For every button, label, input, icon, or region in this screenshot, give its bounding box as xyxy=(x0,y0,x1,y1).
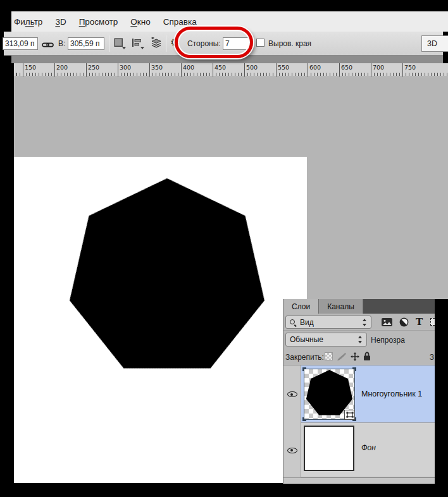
heptagon-shape[interactable] xyxy=(70,178,264,368)
filter-kind-dropdown[interactable]: Вид xyxy=(285,316,371,329)
ruler-tick-label: 150 xyxy=(25,64,36,71)
layer-thumbnail-background[interactable] xyxy=(304,426,354,471)
blend-mode-row: Обычные Непрозра xyxy=(283,331,435,349)
align-edges-checkbox[interactable] xyxy=(256,39,264,47)
visibility-eye-icon xyxy=(287,391,297,397)
layer-list: Многоугольник 1 Фон xyxy=(283,365,435,477)
lock-row: Закрепить: З xyxy=(283,349,435,365)
ruler-tick-label: 200 xyxy=(56,64,68,71)
sides-field[interactable] xyxy=(223,37,249,50)
thumbnail-corner-icon xyxy=(352,367,356,371)
thumbnail-corner-icon xyxy=(302,367,306,371)
lock-all-padlock-icon[interactable] xyxy=(363,352,371,363)
filter-kind-value: Вид xyxy=(300,318,314,327)
ruler-major-tick xyxy=(181,63,182,77)
ruler-minor-ticks xyxy=(14,73,448,76)
ruler-tick-label: 450 xyxy=(215,64,226,71)
path-arrangement-icon[interactable] xyxy=(149,37,163,51)
visibility-eye-icon xyxy=(287,448,297,453)
ruler-major-tick xyxy=(86,63,87,77)
layer-filter-row: Вид T xyxy=(283,314,435,331)
canvas-artwork xyxy=(14,157,307,483)
ruler-tick-label: 300 xyxy=(120,64,131,71)
tool-options-bar: В: ⚙ Стороны: Выро xyxy=(4,32,443,56)
shape-height-label: В: xyxy=(58,39,65,48)
layer-row-body[interactable]: Фон xyxy=(301,423,435,477)
gear-icon[interactable]: ⚙ xyxy=(170,37,180,48)
ruler-major-tick xyxy=(213,63,213,77)
document-tab-strip xyxy=(11,56,443,63)
menu-filter[interactable]: Фильтр xyxy=(14,17,42,27)
updown-arrows-icon xyxy=(363,319,367,326)
blend-mode-value: Обычные xyxy=(290,335,323,344)
menu-bar: Фильтр 3D Просмотр Окно Справка xyxy=(11,11,448,32)
separator xyxy=(109,35,109,52)
ruler-tick-label: 550 xyxy=(278,64,289,71)
ruler-major-tick xyxy=(308,63,308,77)
ruler-tick-label: 750 xyxy=(404,64,416,71)
ruler-tick-label: 600 xyxy=(309,64,321,71)
align-edges-label: Выров. края xyxy=(268,39,311,48)
menu-3d[interactable]: 3D xyxy=(55,17,66,27)
ruler-major-tick xyxy=(244,63,245,77)
filter-adjustment-layers-icon[interactable] xyxy=(399,317,409,329)
lock-label: Закрепить: xyxy=(285,353,324,362)
tab-channels[interactable]: Каналы xyxy=(318,299,363,314)
sides-label: Стороны: xyxy=(187,39,221,48)
link-dimensions-icon[interactable] xyxy=(42,40,54,51)
dropdown-caret-icon xyxy=(122,47,126,49)
ruler: 150200250300350400450500550600650700750 xyxy=(14,63,448,77)
ruler-tick-label: 350 xyxy=(151,64,163,71)
ruler-major-tick xyxy=(54,63,55,77)
updown-arrows-icon xyxy=(358,336,363,343)
ruler-major-tick xyxy=(118,63,118,77)
panel-bottom-strip xyxy=(283,477,435,484)
layer-row-body[interactable]: Многоугольник 1 xyxy=(301,365,435,423)
filter-shape-layers-icon[interactable] xyxy=(430,318,435,326)
shape-width-field[interactable] xyxy=(3,37,38,50)
lock-transparency-icon[interactable] xyxy=(325,352,333,360)
separator xyxy=(166,35,166,52)
ruler-tick-label: 400 xyxy=(183,64,194,71)
shape-height-field[interactable] xyxy=(68,37,104,50)
fill-label-clipped: З xyxy=(430,353,434,362)
layers-panel: Слои Каналы Вид T xyxy=(283,299,435,484)
3d-mode-button[interactable]: 3D xyxy=(421,35,448,52)
lock-pixels-brush-icon[interactable] xyxy=(337,352,347,363)
path-operations-icon[interactable] xyxy=(114,38,123,50)
thumbnail-corner-icon xyxy=(302,417,306,421)
menu-help[interactable]: Справка xyxy=(163,17,197,27)
layer-row-background[interactable]: Фон xyxy=(283,423,435,477)
ruler-tick-label: 500 xyxy=(246,64,258,71)
search-icon xyxy=(290,319,296,326)
menu-view[interactable]: Просмотр xyxy=(79,17,118,27)
layer-thumbnail-shape[interactable] xyxy=(304,369,355,420)
ruler-major-tick xyxy=(371,63,371,77)
vector-shape-badge-icon xyxy=(344,410,355,420)
filter-type-layers-icon[interactable]: T xyxy=(416,316,423,328)
path-alignment-icon[interactable] xyxy=(132,38,142,50)
panel-tab-bar: Слои Каналы xyxy=(283,299,435,314)
lock-position-move-icon[interactable] xyxy=(351,352,359,363)
layer-row-polygon[interactable]: Многоугольник 1 xyxy=(283,365,435,423)
visibility-toggle[interactable] xyxy=(283,423,301,477)
ruler-major-tick xyxy=(23,63,23,77)
ruler-major-tick xyxy=(339,63,340,77)
document-canvas[interactable] xyxy=(14,157,307,483)
ruler-major-tick xyxy=(402,63,403,77)
ruler-tick-label: 700 xyxy=(373,64,384,71)
visibility-toggle[interactable] xyxy=(283,365,301,423)
blend-mode-dropdown[interactable]: Обычные xyxy=(285,333,367,347)
tab-layers[interactable]: Слои xyxy=(283,299,318,314)
filter-pixel-layers-icon[interactable] xyxy=(382,318,392,328)
menu-window[interactable]: Окно xyxy=(130,17,150,27)
cropped-black-area xyxy=(435,299,448,497)
ruler-tick-label: 250 xyxy=(88,64,99,71)
layer-name: Фон xyxy=(361,443,376,452)
layer-name: Многоугольник 1 xyxy=(361,390,422,398)
dropdown-caret-icon xyxy=(140,47,144,49)
photoshop-window: Фильтр 3D Просмотр Окно Справка В: xyxy=(0,0,448,497)
ruler-major-tick xyxy=(149,63,150,77)
ruler-major-tick xyxy=(276,63,277,77)
ruler-tick-label: 650 xyxy=(341,64,352,71)
